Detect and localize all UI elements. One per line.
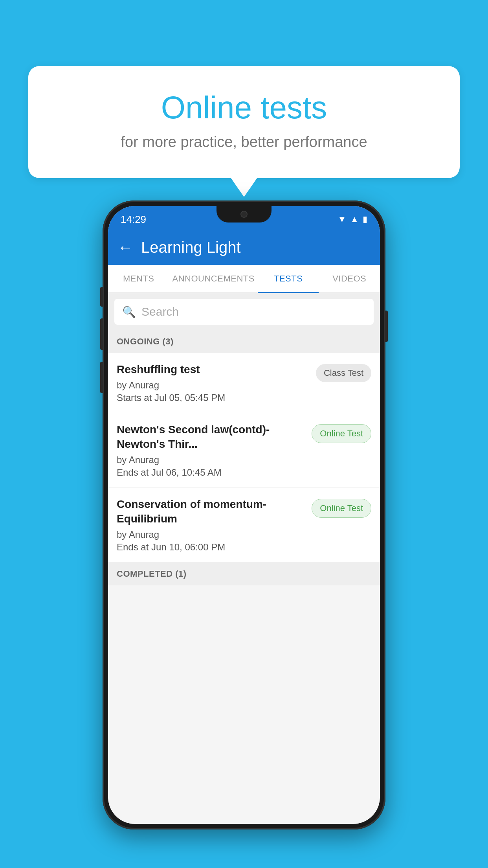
volume-up-button: [100, 318, 103, 350]
phone-frame: 14:29 ▼ ▲ ▮ ← Learning Light MENTS ANNOU…: [103, 200, 385, 829]
tab-tests[interactable]: TESTS: [258, 265, 319, 292]
test-info: Conservation of momentum-Equilibrium by …: [117, 497, 305, 553]
tab-videos[interactable]: VIDEOS: [319, 265, 380, 292]
test-item[interactable]: Conservation of momentum-Equilibrium by …: [108, 488, 380, 563]
wifi-icon: ▼: [338, 214, 346, 224]
tab-announcements[interactable]: ANNOUNCEMENTS: [169, 265, 258, 292]
test-author: by Anurag: [117, 529, 305, 540]
battery-icon: ▮: [363, 214, 367, 224]
search-container: 🔍 Search: [108, 293, 380, 330]
mute-button: [100, 287, 103, 307]
camera-icon: [240, 211, 248, 218]
test-badge-class: Class Test: [316, 364, 371, 382]
phone-notch: [216, 206, 272, 223]
test-info: Newton's Second law(contd)-Newton's Thir…: [117, 423, 305, 478]
test-badge-online: Online Test: [312, 424, 371, 443]
test-name: Conservation of momentum-Equilibrium: [117, 497, 305, 526]
test-date: Ends at Jul 06, 10:45 AM: [117, 467, 305, 478]
test-badge-online: Online Test: [312, 499, 371, 518]
app-bar: ← Learning Light: [108, 230, 380, 265]
ongoing-section-header: ONGOING (3): [108, 330, 380, 353]
tab-ments[interactable]: MENTS: [108, 265, 169, 292]
bubble-title: Online tests: [60, 90, 428, 126]
signal-icon: ▲: [350, 214, 359, 224]
test-name: Newton's Second law(contd)-Newton's Thir…: [117, 423, 305, 451]
search-placeholder: Search: [141, 305, 179, 318]
test-item[interactable]: Reshuffling test by Anurag Starts at Jul…: [108, 353, 380, 413]
test-date: Starts at Jul 05, 05:45 PM: [117, 392, 310, 403]
app-title: Learning Light: [141, 239, 241, 256]
status-icons: ▼ ▲ ▮: [338, 214, 367, 224]
bubble-subtitle: for more practice, better performance: [60, 134, 428, 151]
power-button: [385, 311, 388, 342]
test-author: by Anurag: [117, 454, 305, 465]
test-list: Reshuffling test by Anurag Starts at Jul…: [108, 353, 380, 563]
tab-bar: MENTS ANNOUNCEMENTS TESTS VIDEOS: [108, 265, 380, 293]
volume-down-button: [100, 362, 103, 393]
speech-bubble: Online tests for more practice, better p…: [28, 66, 460, 178]
test-info: Reshuffling test by Anurag Starts at Jul…: [117, 362, 310, 403]
test-author: by Anurag: [117, 380, 310, 391]
test-name: Reshuffling test: [117, 362, 310, 377]
back-button[interactable]: ←: [117, 239, 133, 256]
phone-screen: 14:29 ▼ ▲ ▮ ← Learning Light MENTS ANNOU…: [108, 206, 380, 824]
test-item[interactable]: Newton's Second law(contd)-Newton's Thir…: [108, 413, 380, 488]
completed-section-header: COMPLETED (1): [108, 563, 380, 585]
phone-mockup: 14:29 ▼ ▲ ▮ ← Learning Light MENTS ANNOU…: [103, 200, 385, 829]
search-input[interactable]: 🔍 Search: [114, 299, 374, 325]
search-icon: 🔍: [122, 305, 136, 318]
test-date: Ends at Jun 10, 06:00 PM: [117, 542, 305, 553]
status-time: 14:29: [121, 213, 146, 226]
